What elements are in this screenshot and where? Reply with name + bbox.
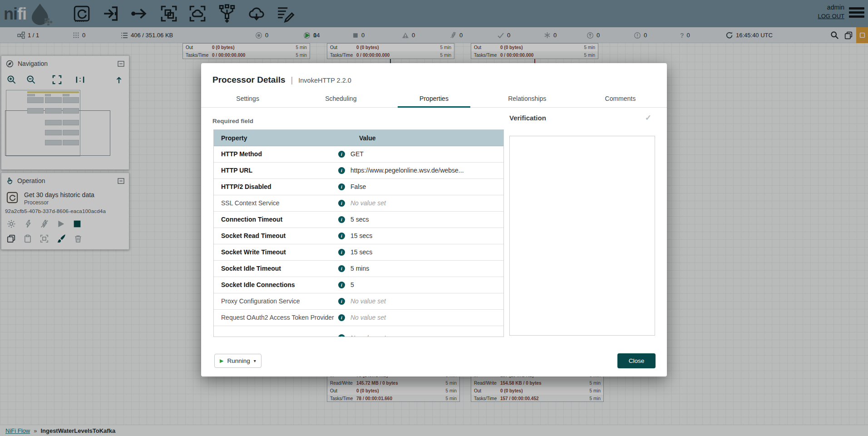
property-value: 15 secs bbox=[350, 244, 499, 260]
property-value: No value set bbox=[350, 326, 499, 337]
tab-comments[interactable]: Comments bbox=[574, 90, 667, 107]
close-button[interactable]: Close bbox=[617, 353, 656, 368]
property-row-connection-timeout[interactable]: Connection Timeout i 5 secs bbox=[214, 212, 503, 228]
info-icon: i bbox=[338, 216, 345, 223]
info-icon: i bbox=[338, 249, 345, 256]
property-value: No value set bbox=[350, 293, 499, 309]
property-name: HTTP Method bbox=[221, 146, 340, 162]
run-status-label: Running bbox=[227, 357, 250, 364]
property-row-socket-write-timeout[interactable]: Socket Write Timeout i 15 secs bbox=[214, 244, 503, 261]
info-icon: i bbox=[338, 314, 345, 321]
info-icon: i bbox=[338, 334, 345, 337]
verify-properties-button[interactable]: ✓ bbox=[645, 113, 651, 123]
dialog-processor-type: InvokeHTTP 2.2.0 bbox=[298, 77, 351, 84]
property-value: 5 secs bbox=[350, 212, 499, 228]
property-row-socket-idle-timeout[interactable]: Socket Idle Timeout i 5 mins bbox=[214, 261, 503, 277]
property-row-http-url[interactable]: HTTP URL i https://www.pegelonline.wsv.d… bbox=[214, 163, 503, 179]
info-icon: i bbox=[338, 151, 345, 158]
dialog-title: Processor Details bbox=[212, 75, 286, 85]
tab-properties[interactable]: Properties bbox=[387, 90, 480, 107]
property-name: HTTP URL bbox=[221, 163, 340, 178]
property-name: Socket Idle Timeout bbox=[221, 261, 340, 277]
verification-results-panel bbox=[509, 136, 655, 336]
property-value: GET bbox=[350, 146, 499, 162]
info-icon: i bbox=[338, 183, 345, 190]
chevron-down-icon: ▾ bbox=[254, 358, 256, 363]
property-row-socket-read-timeout[interactable]: Socket Read Timeout i 15 secs bbox=[214, 228, 503, 244]
running-status-icon: ▶ bbox=[220, 358, 223, 364]
property-value: 15 secs bbox=[350, 228, 499, 244]
processor-details-dialog: Processor Details | InvokeHTTP 2.2.0 Set… bbox=[201, 63, 667, 377]
info-icon: i bbox=[338, 265, 345, 272]
dialog-title-separator: | bbox=[291, 75, 293, 85]
property-value: 5 mins bbox=[350, 261, 499, 277]
property-row-oauth2-token-provider[interactable]: Request OAuth2 Access Token Provider i N… bbox=[214, 310, 503, 326]
property-row-socket-idle-connections[interactable]: Socket Idle Connections i 5 bbox=[214, 277, 503, 293]
run-status-menu-button[interactable]: ▶ Running ▾ bbox=[214, 354, 261, 368]
value-column-header: Value bbox=[350, 130, 503, 146]
property-value: No value set bbox=[350, 310, 499, 326]
property-name: Socket Idle Connections bbox=[221, 277, 340, 293]
required-field-label: Required field bbox=[212, 118, 253, 124]
property-row-proxy-configuration-service[interactable]: Proxy Configuration Service i No value s… bbox=[214, 293, 503, 310]
verification-title: Verification bbox=[509, 114, 546, 122]
property-row-http-method[interactable]: HTTP Method i GET bbox=[214, 146, 503, 163]
dialog-tabs: Settings Scheduling Properties Relations… bbox=[201, 90, 667, 108]
properties-table: Property Value HTTP Method i GET HTTP UR… bbox=[213, 129, 504, 337]
property-name: Socket Write Timeout bbox=[221, 244, 340, 260]
property-name: Connection Timeout bbox=[221, 212, 340, 228]
property-column-header: Property bbox=[214, 130, 350, 146]
property-row-clipped[interactable]: i No value set bbox=[214, 326, 503, 337]
property-value: False bbox=[350, 179, 499, 195]
tab-settings[interactable]: Settings bbox=[201, 90, 294, 107]
property-row-ssl-context-service[interactable]: SSL Context Service i No value set bbox=[214, 195, 503, 212]
property-name: Request OAuth2 Access Token Provider bbox=[221, 310, 343, 326]
properties-table-header: Property Value bbox=[214, 130, 503, 146]
info-icon: i bbox=[338, 233, 345, 239]
property-name: HTTP/2 Disabled bbox=[221, 179, 340, 195]
info-icon: i bbox=[338, 282, 345, 288]
tab-relationships[interactable]: Relationships bbox=[481, 90, 574, 107]
info-icon: i bbox=[338, 200, 345, 207]
property-value: https://www.pegelonline.wsv.de/webse... bbox=[350, 163, 499, 178]
property-value: 5 bbox=[350, 277, 499, 293]
property-name: Socket Read Timeout bbox=[221, 228, 340, 244]
property-name: SSL Context Service bbox=[221, 195, 340, 211]
tab-scheduling[interactable]: Scheduling bbox=[294, 90, 387, 107]
info-icon: i bbox=[338, 167, 345, 174]
property-name: Proxy Configuration Service bbox=[221, 293, 340, 309]
property-row-http2-disabled[interactable]: HTTP/2 Disabled i False bbox=[214, 179, 503, 195]
property-value: No value set bbox=[350, 195, 499, 211]
info-icon: i bbox=[338, 298, 345, 305]
